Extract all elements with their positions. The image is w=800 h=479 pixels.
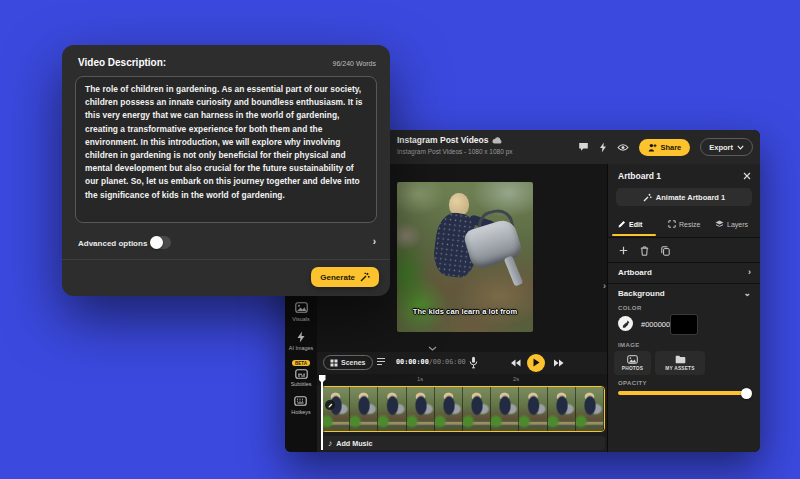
tab-resize[interactable]: Resize <box>668 220 700 228</box>
filmstrip-frame <box>435 387 463 431</box>
filmstrip-frame <box>491 387 519 431</box>
add-icon[interactable] <box>619 246 628 255</box>
photos-image-icon <box>627 355 638 364</box>
timeline-ruler[interactable]: 1s 2s <box>317 374 608 385</box>
ai-images-icon <box>296 331 306 343</box>
forward-button[interactable] <box>554 359 564 367</box>
artboard-title: Artboard 1 <box>618 171 661 181</box>
clip-edit-icon[interactable] <box>325 400 335 410</box>
trash-icon[interactable] <box>640 246 649 256</box>
beta-badge: BETA <box>292 360 309 366</box>
playhead-line[interactable] <box>321 376 323 450</box>
active-tab-underline <box>612 234 656 236</box>
play-button[interactable] <box>527 354 545 372</box>
ruler-tick: 1s <box>417 376 423 382</box>
ruler-tick: 2s <box>513 376 519 382</box>
filmstrip-frame <box>350 387 378 431</box>
filmstrip-frame <box>519 387 547 431</box>
description-textarea[interactable]: The role of children in gardening. As an… <box>75 76 377 223</box>
preview-eye-icon[interactable] <box>617 143 629 152</box>
toolbar-label: Visuals <box>292 316 309 322</box>
subtitles-icon <box>295 369 308 379</box>
background-section-row[interactable]: Background ⌄ <box>608 286 760 302</box>
timeline-collapse-icon[interactable] <box>428 346 437 351</box>
share-label: Share <box>660 143 681 152</box>
artboard-section-row[interactable]: Artboard › <box>608 265 760 281</box>
filmstrip-clip[interactable] <box>321 386 605 432</box>
sidebar-tabs: Edit Resize Layers <box>608 216 760 236</box>
generate-button[interactable]: Generate <box>311 267 379 287</box>
sidebar-item-visuals[interactable]: Visuals <box>292 302 309 322</box>
comment-icon[interactable] <box>578 142 589 152</box>
duplicate-icon[interactable] <box>661 246 670 256</box>
object-actions <box>608 243 760 259</box>
filmstrip-frame <box>463 387 491 431</box>
filmstrip-frame <box>576 387 604 431</box>
opacity-slider-knob[interactable] <box>741 388 752 399</box>
tab-layers[interactable]: Layers <box>715 220 748 228</box>
advanced-chevron-icon: › <box>373 237 376 247</box>
filmstrip-frame <box>548 387 576 431</box>
modal-title: Video Description: <box>78 57 166 68</box>
reorder-scenes-icon[interactable] <box>376 357 386 366</box>
cloud-saved-icon <box>492 136 503 145</box>
sidebar-item-ai-images[interactable]: AI Images <box>289 331 313 352</box>
microphone-icon[interactable] <box>469 356 478 369</box>
advanced-options-label: Advanced options <box>78 239 147 248</box>
project-info[interactable]: Instagram Post Videos Instagram Post Vid… <box>397 135 513 155</box>
sidebar-item-subtitles[interactable]: BETA Subtitles <box>291 360 312 387</box>
toolbar-label: Hotkeys <box>291 409 310 415</box>
word-count: 96/240 Words <box>333 60 376 67</box>
scenes-button[interactable]: Scenes <box>323 355 373 370</box>
eyedropper-icon[interactable] <box>618 316 633 331</box>
timecode: 00:00:00/00:06:00 <box>396 358 466 366</box>
close-icon[interactable] <box>743 172 751 180</box>
opacity-label: OPACITY <box>618 380 647 386</box>
color-swatch[interactable] <box>670 314 698 335</box>
photos-button[interactable]: PHOTOS <box>614 351 651 375</box>
resize-icon <box>668 220 676 228</box>
add-music-button[interactable]: ♪ Add Music <box>321 436 605 450</box>
my-assets-button[interactable]: MY ASSETS <box>655 351 705 375</box>
color-hex-value[interactable]: #000000 <box>641 320 670 329</box>
properties-sidebar: Artboard 1 Animate Artboard 1 Edit <box>607 164 760 452</box>
timeline-panel: Scenes 00:00:00/00:06:00 1s 2s <box>317 352 608 452</box>
sidebar-item-hotkeys[interactable]: Hotkeys <box>291 396 310 415</box>
hotkeys-icon <box>294 396 307 406</box>
boost-icon[interactable] <box>599 142 607 153</box>
chevron-down-icon: ⌄ <box>743 289 751 298</box>
advanced-options-toggle[interactable] <box>150 236 171 249</box>
animate-artboard-button[interactable]: Animate Artboard 1 <box>616 188 752 206</box>
color-label: COLOR <box>618 305 642 311</box>
page-background: Instagram Post Videos Instagram Post Vid… <box>0 0 800 479</box>
tab-edit[interactable]: Edit <box>618 220 642 228</box>
layers-icon <box>715 220 724 228</box>
animate-icon <box>643 193 652 202</box>
share-person-icon <box>648 143 657 152</box>
rewind-button[interactable] <box>511 359 521 367</box>
project-subtitle: Instagram Post Videos - 1080 x 1080 px <box>397 148 513 155</box>
generate-wand-icon <box>360 272 370 282</box>
project-title: Instagram Post Videos <box>397 135 488 145</box>
export-button[interactable]: Export <box>700 138 753 156</box>
sidebar-collapse-handle[interactable]: › <box>603 282 606 291</box>
music-note-icon: ♪ <box>328 439 332 448</box>
visuals-icon <box>295 302 308 313</box>
toolbar-label: Subtitles <box>291 381 312 387</box>
export-label: Export <box>709 143 733 152</box>
filmstrip-frame <box>407 387 435 431</box>
modal-divider <box>62 259 390 260</box>
image-label: IMAGE <box>618 342 640 348</box>
scenes-label: Scenes <box>341 359 366 366</box>
scenes-grid-icon <box>330 359 338 367</box>
opacity-slider[interactable] <box>618 391 750 395</box>
folder-icon <box>675 355 686 364</box>
toolbar-label: AI Images <box>289 345 313 351</box>
video-canvas[interactable]: The kids can learn a lot from <box>397 182 533 332</box>
subtitle-caption[interactable]: The kids can learn a lot from <box>397 307 533 316</box>
share-button[interactable]: Share <box>639 139 690 156</box>
export-chevron-icon <box>737 145 744 150</box>
add-music-label: Add Music <box>336 439 372 448</box>
edit-pencil-icon <box>618 220 626 228</box>
chevron-right-icon: › <box>748 268 751 277</box>
